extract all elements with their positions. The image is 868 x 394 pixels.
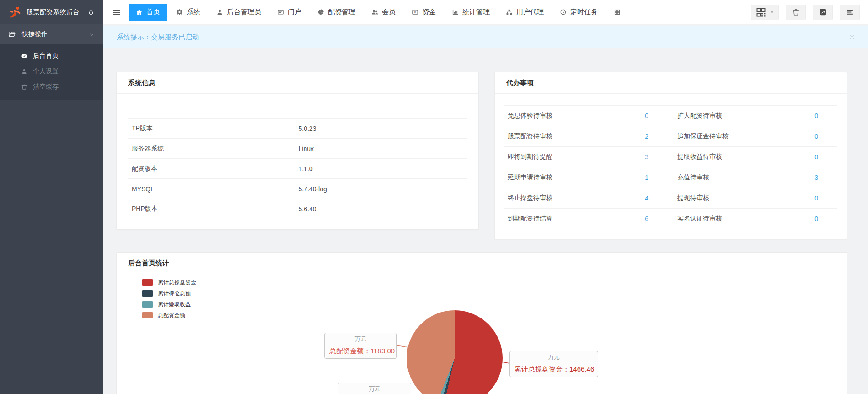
todo-cell: 免息体验待审核0 [504, 106, 674, 126]
topnav-item-clock[interactable]: 定时任务 [552, 4, 605, 21]
topnav-item-label: 配资管理 [328, 8, 355, 16]
topnav-item-money[interactable]: 资金 [404, 4, 443, 21]
topnav-item-users[interactable]: 会员 [364, 4, 403, 21]
open-frontend-button[interactable] [813, 5, 833, 20]
legend-swatch [142, 279, 153, 286]
alert-text: 系统提示：交易服务已启动 [117, 33, 199, 42]
topnav-item-news[interactable]: 门户 [270, 4, 309, 21]
todo-count-link[interactable]: 0 [645, 112, 648, 119]
todo-count-link[interactable]: 2 [645, 133, 648, 140]
todo-count-link[interactable]: 4 [645, 194, 648, 202]
sidebar-item-label: 后台首页 [33, 52, 59, 60]
system-info-table: TP版本5.0.23服务器系统Linux配资版本1.1.0MYSQL5.7.40… [128, 105, 467, 219]
pie-chart: 累计总操盘资金累计持仓总额累计赚取收益总配资金额 万元 总配资金额：1183.0… [117, 274, 847, 394]
todo-label: 提现待审核 [677, 194, 709, 202]
system-info-label: PHP版本 [128, 205, 298, 213]
legend-label: 累计赚取收益 [158, 301, 191, 308]
topnav-item-gear[interactable]: 系统 [169, 4, 208, 21]
todo-label: 提取收益待审核 [677, 153, 722, 161]
legend-item[interactable]: 累计持仓总额 [142, 288, 196, 299]
todo-cell: 追加保证金待审核0 [674, 126, 837, 146]
topnav-item-label: 系统 [187, 8, 200, 16]
legend-label: 总配资金额 [158, 312, 185, 319]
chart-legend: 累计总操盘资金累计持仓总额累计赚取收益总配资金额 [142, 277, 196, 321]
todo-label: 股票配资待审核 [508, 132, 552, 140]
brand: 股票配资系统后台 [0, 0, 103, 24]
rows-icon [846, 8, 854, 16]
app-root: 股票配资系统后台 快捷操作 后台首页个人设置清空缓存 首页系统后台管理员门户配资… [0, 0, 868, 394]
clear-cache-button[interactable] [786, 5, 806, 20]
pie-label-value: 总配资金额：1183.00 [325, 345, 396, 358]
system-info-label: MYSQL [128, 185, 298, 193]
legend-swatch [142, 312, 153, 318]
topnav-item-grid[interactable] [606, 4, 628, 21]
caret-down-icon [770, 10, 774, 15]
stats-title: 后台首页统计 [117, 253, 847, 274]
qr-code-dropdown-button[interactable] [751, 5, 779, 20]
legend-swatch [142, 301, 153, 308]
todo-count-link[interactable]: 0 [814, 194, 818, 202]
droplet-icon[interactable] [87, 9, 95, 16]
layout-toggle-button[interactable] [840, 5, 860, 20]
todo-cell: 提现待审核0 [674, 188, 837, 208]
todo-label: 到期配资待结算 [508, 215, 552, 223]
users-icon [371, 9, 378, 16]
todo-count-link[interactable]: 0 [814, 112, 818, 119]
pie-label-value: 累计总操盘资金：1466.46 [510, 363, 598, 377]
topnav-item-home[interactable]: 首页 [129, 4, 167, 21]
todo-count-link[interactable]: 0 [814, 153, 818, 161]
system-info-title: 系统信息 [117, 72, 478, 94]
todo-count-link[interactable]: 0 [814, 133, 818, 140]
sidebar-item-dash[interactable]: 后台首页 [0, 48, 103, 64]
sidebar-item-trash[interactable]: 清空缓存 [0, 79, 103, 95]
system-info-row: MYSQL5.7.40-log [128, 179, 467, 199]
sitemap-icon [506, 9, 513, 16]
topnav-item-sitemap[interactable]: 用户代理 [498, 4, 551, 21]
todo-cell: 充值待审核3 [674, 167, 837, 188]
home-icon [136, 9, 143, 16]
system-info-row: TP版本5.0.23 [128, 119, 467, 139]
todo-count-link[interactable]: 0 [814, 215, 818, 222]
pie-label-unit: 万元 [338, 383, 411, 394]
legend-item[interactable]: 累计赚取收益 [142, 299, 196, 310]
legend-item[interactable]: 累计总操盘资金 [142, 277, 196, 288]
todo-label: 终止操盘待审核 [508, 194, 552, 202]
system-info-label: TP版本 [128, 124, 298, 133]
todo-count-link[interactable]: 1 [645, 174, 648, 181]
system-info-row: 配资版本1.1.0 [128, 159, 467, 179]
pie-chart-plot[interactable] [407, 310, 503, 394]
topnav-item-user[interactable]: 后台管理员 [209, 4, 268, 21]
user-icon [216, 9, 223, 16]
todo-cell: 实名认证待审核0 [674, 209, 837, 229]
todo-count-link[interactable]: 3 [814, 174, 818, 181]
legend-item[interactable]: 总配资金额 [142, 310, 196, 321]
user-icon [21, 68, 27, 75]
sidebar-section-quick-actions[interactable]: 快捷操作 [0, 24, 103, 44]
pie-label-clipped: 万元 [338, 383, 411, 394]
system-info-row: PHP版本5.6.40 [128, 199, 467, 219]
todo-row: 到期配资待结算6实名认证待审核0 [504, 209, 837, 229]
sidebar-item-user[interactable]: 个人设置 [0, 64, 103, 79]
todo-count-link[interactable]: 6 [645, 215, 648, 222]
todo-cell: 即将到期待提醒3 [504, 147, 674, 167]
hamburger-menu-icon[interactable] [112, 8, 121, 17]
todo-cell: 到期配资待结算6 [504, 209, 674, 229]
todo-label: 实名认证待审核 [677, 215, 722, 223]
todo-card: 代办事项 免息体验待审核0扩大配资待审核0股票配资待审核2追加保证金待审核0即将… [494, 72, 847, 239]
topnav-item-label: 首页 [146, 8, 160, 16]
system-info-value: 5.0.23 [298, 125, 467, 132]
trash-icon [792, 8, 800, 16]
topnav-item-label: 会员 [382, 8, 396, 16]
topbar-right-tools [751, 5, 860, 20]
todo-cell: 提取收益待审核0 [674, 147, 837, 167]
close-icon[interactable] [849, 34, 855, 40]
todo-count-link[interactable]: 3 [645, 153, 648, 161]
bars-icon [452, 9, 459, 16]
pie-label-total-operated: 万元 累计总操盘资金：1466.46 [509, 351, 598, 377]
topnav-item-bars[interactable]: 统计管理 [445, 4, 497, 21]
system-info-value: 1.1.0 [298, 165, 467, 173]
topnav-item-pie[interactable]: 配资管理 [310, 4, 363, 21]
money-icon [412, 9, 418, 16]
sidebar-item-label: 个人设置 [33, 67, 59, 76]
system-info-card: 系统信息 TP版本5.0.23服务器系统Linux配资版本1.1.0MYSQL5… [116, 72, 479, 230]
